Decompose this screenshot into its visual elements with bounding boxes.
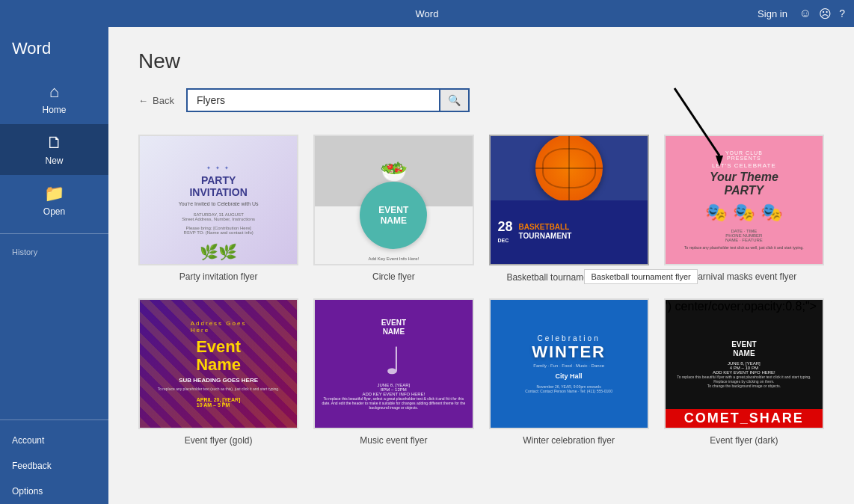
template-label: Music event flyer [360,435,427,446]
template-thumb: YOUR CLUBPRESENTS LET'S CELEBRATE Your T… [664,135,824,265]
template-item[interactable]: YOUR CLUBPRESENTS LET'S CELEBRATE Your T… [664,135,824,283]
template-item-selected[interactable]: 28 DEC BASKETBALL TOURNAMENT Basketball … [489,135,649,283]
template-thumb: Address GoesHere EventName SUB HEADING G… [138,298,298,429]
search-input[interactable] [186,88,440,112]
sidebar-item-home[interactable]: ⌂ Home [0,73,108,124]
open-icon: 📁 [44,184,64,203]
template-item[interactable]: Celebration WINTER Family · Fun · Food ·… [489,298,649,446]
content-area: New ← Back 🔍 ✦ ✦ ✦ PAR [108,27,854,504]
template-thumb: 🥗 EVENTNAME Add Key Event Info Here! [313,135,473,265]
sidebar-item-account[interactable]: Account [0,428,108,453]
template-item[interactable]: ') center/cover;opacity:0.8;"> EVENTNAME… [664,298,824,446]
template-label: Circle flyer [372,271,415,282]
history-label: History [0,242,108,259]
templates-grid: ✦ ✦ ✦ PARTYINVITATION You're Invited to … [138,135,824,446]
template-label: Winter celebration flyer [523,435,615,446]
search-button[interactable]: 🔍 [440,88,470,112]
back-button[interactable]: ← Back [138,95,174,106]
template-item[interactable]: ✦ ✦ ✦ PARTYINVITATION You're Invited to … [138,135,298,283]
sidebar-item-home-label: Home [42,105,66,115]
template-label: Party invitation flyer [179,271,258,282]
top-bar-icons: ☺ ☹ ? [799,7,845,21]
frown-icon[interactable]: ☹ [819,7,832,21]
template-thumb: 28 DEC BASKETBALL TOURNAMENT [489,135,649,265]
template-label: Event flyer (dark) [710,435,778,446]
sidebar-item-new[interactable]: 🗋 New [0,124,108,175]
template-item[interactable]: Address GoesHere EventName SUB HEADING G… [138,298,298,446]
top-bar-right: Sign in ☺ ☹ ? [758,7,845,21]
home-icon: ⌂ [49,82,59,102]
page-title: New [138,49,824,73]
template-label: Carnival masks event flyer [692,271,797,282]
sidebar: Word ⌂ Home 🗋 New 📁 Open History Account… [0,27,108,504]
back-arrow-icon: ← [138,95,148,106]
template-thumb: EVENTNAME ♩ JUNE 8, [YEAR]8PM – 12PMADD … [313,298,473,429]
sidebar-divider [0,233,108,234]
signin-link[interactable]: Sign in [758,8,787,19]
sidebar-item-open[interactable]: 📁 Open [0,175,108,226]
sidebar-item-open-label: Open [43,206,65,217]
top-bar: Word Sign in ☺ ☹ ? [0,0,854,27]
back-label: Back [153,95,174,106]
template-thumb: Celebration WINTER Family · Fun · Food ·… [489,298,649,429]
sidebar-item-new-label: New [45,156,63,166]
app-title: Word [416,8,439,19]
main-layout: Word ⌂ Home 🗋 New 📁 Open History Account… [0,27,854,504]
new-icon: 🗋 [46,133,63,153]
watermark: COMET_SHARE [666,409,823,428]
tooltip: Basketball tournament flyer [584,269,697,284]
sidebar-item-options[interactable]: Options [0,479,108,504]
sidebar-divider-2 [0,420,108,420]
sidebar-item-feedback[interactable]: Feedback [0,453,108,479]
help-icon[interactable]: ? [839,7,845,19]
sidebar-app-name: Word [0,27,108,73]
template-item[interactable]: 🥗 EVENTNAME Add Key Event Info Here! Cir… [313,135,473,283]
template-item[interactable]: EVENTNAME ♩ JUNE 8, [YEAR]8PM – 12PMADD … [313,298,473,446]
template-thumb: ✦ ✦ ✦ PARTYINVITATION You're Invited to … [138,135,298,265]
template-thumb: ') center/cover;opacity:0.8;"> EVENTNAME… [664,298,824,429]
smiley-icon[interactable]: ☺ [799,7,811,20]
template-label: Event flyer (gold) [185,435,253,446]
search-bar: ← Back 🔍 [138,88,824,112]
sidebar-bottom: Account Feedback Options [0,412,108,504]
